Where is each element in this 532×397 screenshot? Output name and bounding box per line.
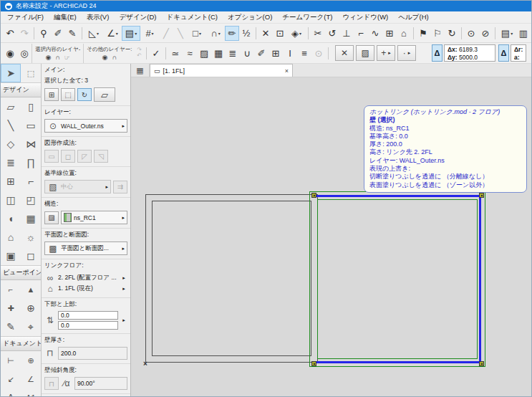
layer-settings-icon[interactable]: ≡ [297, 46, 311, 61]
eye-icon[interactable]: ◉ [102, 54, 108, 61]
lock-icon[interactable]: ∩ [206, 26, 225, 41]
structure-type-button[interactable]: ▨ [44, 211, 59, 224]
hatch-grid-icon[interactable]: ▦ [211, 46, 226, 61]
show-selection-layer-icon[interactable]: ◉ [3, 46, 17, 61]
adjust-icon[interactable]: ↺ [325, 26, 339, 41]
undo-icon[interactable]: ↶ [3, 26, 17, 41]
eye-icon[interactable]: ◉ [45, 54, 51, 61]
mesh-tool[interactable]: ▦ [21, 209, 41, 228]
elevation-home-icon[interactable]: ⌂ [397, 26, 411, 41]
grid-tool-button[interactable]: + [377, 45, 395, 61]
bottom-offset-field[interactable]: 0.0 [58, 321, 118, 330]
wall-rectangle-left-inner[interactable] [152, 201, 311, 356]
object-tool[interactable]: ⌂ [1, 228, 21, 247]
selection-handle-top-left[interactable] [311, 193, 316, 198]
hotlink-break-icon[interactable]: ⊘ [478, 26, 493, 41]
link-floor-current[interactable]: ⌂ 1. 1FL (現在) ▸ [44, 283, 127, 294]
shell-tool[interactable]: ⋈ [21, 135, 41, 153]
text-tool[interactable]: A [1, 388, 21, 397]
fit-in-window-icon[interactable]: ✕ [258, 26, 273, 41]
fillet-icon[interactable]: ∿ [368, 26, 382, 41]
menu-help[interactable]: ヘルプ(H) [393, 13, 433, 22]
orientation-icon[interactable]: ◈ [287, 26, 306, 41]
menu-edit[interactable]: 編集(E) [49, 13, 82, 22]
guide-lines-icon[interactable]: ◺ [84, 26, 103, 41]
floor-plan-canvas[interactable]: × ホットリンク (ホットリンク.mod - 2 フロア)壁 (選択)構造: n… [131, 77, 531, 397]
tracker-ra[interactable]: Δr: a: [511, 44, 526, 62]
redo-icon[interactable]: ↷ [17, 26, 32, 41]
hide-selection-layer-icon[interactable]: ◎ [17, 46, 32, 61]
trim-icon[interactable]: ✂ [311, 26, 325, 41]
resize-icon[interactable]: ⊞ [382, 26, 397, 41]
selection-handle-bottom-left[interactable] [311, 361, 316, 366]
hatch-diagonal-icon[interactable]: ▨ [197, 46, 211, 61]
fill-lines-icon[interactable]: ≣ [226, 46, 240, 61]
flip-refline-button[interactable]: ⇉ [113, 181, 127, 193]
tab-floor-plan[interactable]: ▭ [1. 1FL] × [150, 64, 293, 77]
chain-icon[interactable]: ⊙ [311, 46, 326, 61]
quick-options-icon[interactable]: ▦ [131, 64, 150, 77]
snap-guides-icon[interactable]: ✏ [225, 26, 239, 41]
elevation-tool[interactable]: ▲ [21, 280, 41, 299]
dot-snap-button[interactable]: · [397, 45, 416, 61]
link-floor-top[interactable]: ∞ 2. 2FL (配置フロア ... ▸ [44, 272, 127, 283]
lock-icon[interactable]: ∩ [112, 54, 116, 61]
brush-icon[interactable]: ✐ [254, 46, 269, 61]
update-icon[interactable]: ↻ [445, 26, 459, 41]
opening-tool[interactable]: ◻ [21, 247, 41, 265]
beam-tool[interactable]: ╲ [1, 116, 21, 135]
zoom-box-icon[interactable]: ⊡ [273, 26, 287, 41]
curtain-wall-tool[interactable]: ⊞ [1, 172, 21, 191]
geometry-straight-button[interactable]: ▭ [44, 150, 59, 163]
slant-mode-button[interactable]: ⊓ [44, 377, 59, 390]
suspend-groups-button[interactable]: ✕ [335, 45, 354, 61]
menu-view[interactable]: 表示(V) [82, 13, 115, 22]
thickness-field[interactable]: 200.0 [58, 347, 127, 360]
dimension-tool[interactable]: ⊢ [1, 351, 21, 370]
renovation-filter-icon[interactable]: ▤ [122, 26, 140, 41]
marquee-restrict-icon[interactable]: □ [188, 26, 206, 41]
i-beam-icon[interactable]: I [283, 46, 297, 61]
column-tool[interactable]: ▯ [21, 97, 41, 116]
flag-list-icon[interactable]: ⚐ [430, 26, 445, 41]
lamp-tool[interactable]: ☼ [21, 228, 41, 247]
plan-display-dropdown[interactable]: ▩ 平面図と断面図... ▸ [44, 241, 127, 255]
hand-icon[interactable]: ☞ [64, 54, 70, 61]
selection-handle-bottom-right[interactable] [479, 361, 484, 366]
slant-angle-field[interactable]: 90.00° [74, 377, 127, 390]
circular-dimension-tool[interactable]: ⊕ [21, 351, 41, 370]
menu-file[interactable]: ファイル(F) [2, 13, 49, 22]
flag-icon[interactable]: ⚑ [416, 26, 430, 41]
geometry-curved-button[interactable]: ◻ [61, 150, 75, 163]
menu-teamwork[interactable]: チームワーク(T) [277, 13, 337, 22]
railing-tool[interactable]: ∏ [21, 153, 41, 172]
wall-settings-button[interactable]: ⊞ [44, 88, 59, 101]
door-tool[interactable]: ⌐ [21, 172, 41, 191]
split-icon[interactable]: ⊥ [339, 26, 354, 41]
toolbox-section-document[interactable]: ドキュメント [1, 336, 41, 351]
menu-design[interactable]: デザイン(D) [114, 13, 161, 22]
gravity-icon[interactable]: ╱ [159, 26, 173, 41]
toolbox-section-design[interactable]: デザイン [1, 82, 41, 97]
window-tool[interactable]: ◫ [1, 191, 21, 209]
extend-icon[interactable]: ⌐ [354, 26, 368, 41]
stair-tool[interactable]: ≣ [1, 153, 21, 172]
hotlink-walls-inner-face[interactable] [317, 199, 478, 359]
window-panel-icon[interactable]: ▤ [498, 26, 516, 41]
dimension-guide-icon[interactable]: ½ [239, 26, 253, 41]
corner-window-icon[interactable]: ⊞ [269, 46, 283, 61]
camera-tool[interactable]: ⌖ [21, 317, 41, 336]
window-fit-icon[interactable]: ▥ [516, 26, 531, 41]
layer-dropdown[interactable]: ⊙ WALL_Outer.ns ▸ [44, 119, 127, 133]
tab-close-icon[interactable]: × [285, 67, 289, 75]
tracker-xy[interactable]: Δx: 6189.3 Δy: 5000.0 [444, 44, 495, 62]
pick-up-parameters-icon[interactable]: ✐ [51, 26, 65, 41]
zone-tool[interactable]: ▣ [1, 247, 21, 265]
wall-envelope-icon[interactable]: ≃ [168, 46, 183, 61]
gravity-alt-icon[interactable]: ╲ [173, 26, 188, 41]
menu-window[interactable]: ウィンドウ(W) [337, 13, 393, 22]
elevation-dimension-tool[interactable]: ↙ [1, 370, 21, 388]
section-tool[interactable]: ⌐ [1, 280, 21, 299]
menu-document[interactable]: ドキュメント(C) [161, 13, 223, 22]
composite-dropdown[interactable]: ns_RC1 ▸ [61, 211, 127, 224]
